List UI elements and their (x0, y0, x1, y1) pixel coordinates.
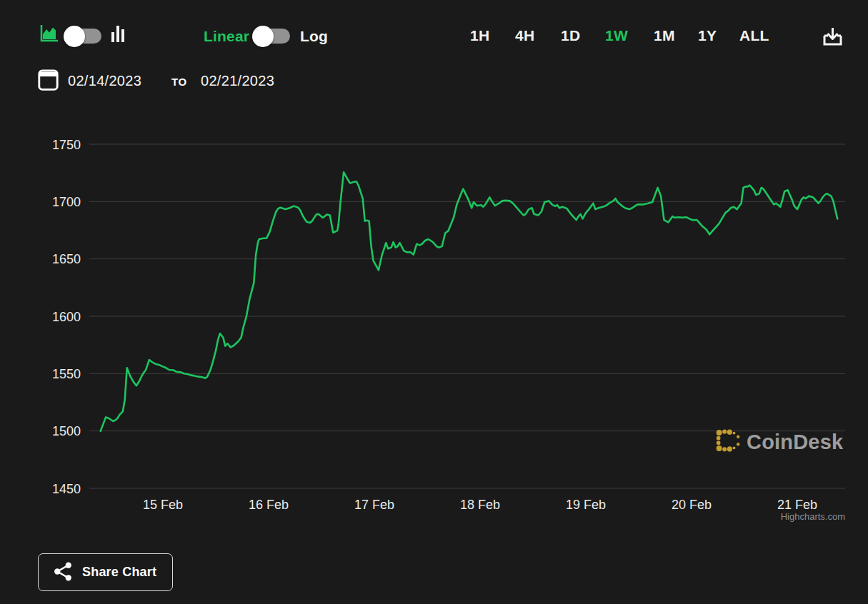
date-from[interactable]: 02/14/2023 (68, 73, 141, 89)
range-button-1w[interactable]: 1W (605, 27, 628, 44)
y-axis-label: 1500 (52, 424, 81, 438)
x-axis-label: 20 Feb (672, 498, 712, 512)
x-axis-label: 21 Feb (777, 498, 817, 512)
y-axis-label: 1450 (52, 482, 81, 496)
range-button-1h[interactable]: 1H (470, 27, 489, 44)
highcharts-credit[interactable]: Highcharts.com (781, 511, 845, 522)
chart-type-toggle-knob (64, 26, 85, 47)
calendar-icon[interactable] (38, 68, 59, 94)
share-chart-label: Share Chart (82, 565, 156, 580)
range-button-1y[interactable]: 1Y (698, 27, 717, 44)
coindesk-price-chart-page: { "header": { "chart_type_toggle": { "le… (0, 0, 868, 604)
range-button-all[interactable]: ALL (739, 27, 769, 44)
chart-type-toggle[interactable] (66, 29, 101, 44)
share-chart-button[interactable]: Share Chart (38, 553, 173, 591)
log-scale-label[interactable]: Log (300, 28, 328, 45)
scale-toggle[interactable] (254, 29, 290, 44)
x-axis-label: 17 Feb (354, 498, 394, 512)
linear-scale-label[interactable]: Linear (204, 28, 249, 45)
x-axis-label: 15 Feb (143, 498, 183, 512)
x-axis-label: 19 Feb (566, 498, 606, 512)
date-to[interactable]: 02/21/2023 (201, 73, 274, 89)
range-button-4h[interactable]: 4H (515, 27, 534, 44)
y-axis-label: 1750 (52, 138, 81, 152)
y-axis-label: 1550 (52, 367, 81, 381)
area-chart-icon[interactable] (39, 24, 59, 46)
coindesk-watermark: CoinDesk (714, 427, 843, 457)
x-axis-label: 18 Feb (460, 498, 500, 512)
range-button-1d[interactable]: 1D (561, 27, 580, 44)
price-line-series[interactable] (101, 172, 838, 431)
range-button-1m[interactable]: 1M (654, 27, 675, 44)
y-axis-label: 1650 (52, 252, 81, 266)
scale-toggle-knob (252, 26, 274, 47)
bar-chart-icon[interactable] (111, 26, 125, 46)
download-icon[interactable] (819, 24, 846, 53)
date-separator: TO (171, 76, 187, 88)
coindesk-brand-text: CoinDesk (747, 431, 843, 454)
y-axis-label: 1700 (52, 195, 81, 209)
y-axis-label: 1600 (52, 310, 81, 324)
coindesk-logo-icon (714, 427, 741, 457)
share-icon (54, 561, 73, 584)
x-axis-label: 16 Feb (249, 498, 289, 512)
